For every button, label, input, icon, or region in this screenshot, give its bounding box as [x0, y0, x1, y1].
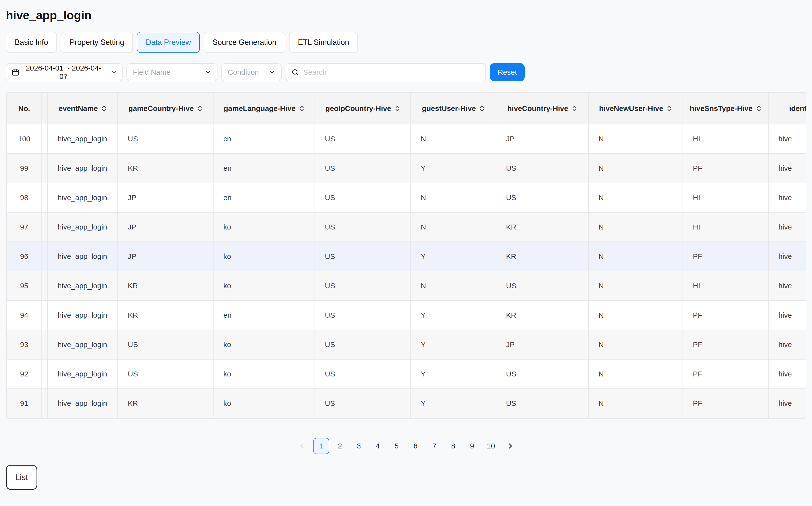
column-label: hiveCountry-Hive: [507, 104, 568, 113]
filter-bar: 2026-04-01 ~ 2026-04-07 Field Name Condi…: [6, 63, 806, 81]
column-header-eventname[interactable]: eventName: [48, 93, 118, 124]
page-3-button[interactable]: 3: [351, 438, 367, 454]
cell-guestuser: Y: [411, 154, 496, 183]
cell-gamecountry: US: [118, 359, 213, 389]
cell-eventname: hive_app_login: [48, 242, 118, 271]
cell-geoipcountry: US: [315, 389, 411, 418]
cell-geoipcountry: US: [315, 242, 411, 271]
cell-eventname: hive_app_login: [48, 359, 118, 389]
table-row[interactable]: 97hive_app_loginJPkoUSNKRNHIhive: [7, 213, 806, 242]
table-row[interactable]: 96hive_app_loginJPkoUSYKRNPFhive: [7, 242, 806, 271]
table-row[interactable]: 98hive_app_loginJPenUSNUSNHIhive: [7, 183, 806, 213]
column-header-identifier[interactable]: identifier: [768, 93, 806, 124]
cell-hivenewuser: N: [589, 183, 683, 213]
cell-gamelanguage: en: [213, 301, 315, 330]
column-header-gamelanguage[interactable]: gameLanguage-Hive: [213, 93, 315, 124]
cell-hivecountry: US: [496, 183, 589, 213]
page-4-button[interactable]: 4: [370, 438, 386, 454]
cell-identifier: hive: [768, 359, 806, 389]
cell-hivesnstype: PF: [683, 389, 768, 418]
tab-source-generation[interactable]: Source Generation: [204, 32, 285, 53]
cell-gamelanguage: cn: [213, 124, 315, 154]
column-header-geoipcountry[interactable]: geoIpCountry-Hive: [315, 93, 411, 124]
sort-caret-icon: [756, 105, 761, 112]
column-header-no: No.: [7, 93, 42, 124]
tab-basic-info[interactable]: Basic Info: [6, 32, 57, 53]
header-row: No.eventNamegameCountry-HivegameLanguage…: [7, 93, 806, 124]
cell-hivesnstype: PF: [683, 154, 768, 183]
cell-gamecountry: JP: [118, 213, 213, 242]
cell-hivecountry: JP: [496, 124, 589, 154]
pagination: 12345678910: [6, 438, 806, 454]
cell-guestuser: N: [411, 183, 496, 213]
table-row[interactable]: 91hive_app_loginKRkoUSYUSNPFhive: [7, 389, 806, 418]
table-row[interactable]: 95hive_app_loginKRkoUSNUSNHIhive: [7, 271, 806, 301]
cell-guestuser: N: [411, 124, 496, 154]
cell-eventname: hive_app_login: [48, 389, 118, 418]
table-row[interactable]: 100hive_app_loginUScnUSNJPNHIhive: [7, 124, 806, 154]
date-range-value: 2026-04-01 ~ 2026-04-07: [23, 64, 104, 81]
column-label: geoIpCountry-Hive: [325, 104, 391, 113]
cell-hivenewuser: N: [589, 213, 683, 242]
condition-placeholder: Condition: [228, 68, 259, 76]
column-label: gameLanguage-Hive: [223, 104, 295, 113]
sort-caret-icon: [572, 105, 577, 112]
cell-gamelanguage: ko: [213, 271, 315, 301]
cell-no: 95: [7, 271, 42, 301]
date-range-picker[interactable]: 2026-04-01 ~ 2026-04-07: [6, 63, 123, 81]
column-header-guestuser[interactable]: guestUser-Hive: [411, 93, 496, 124]
tab-property-setting[interactable]: Property Setting: [61, 32, 133, 53]
cell-hivenewuser: N: [589, 359, 683, 389]
prev-page-button[interactable]: [294, 438, 311, 454]
cell-hivesnstype: HI: [683, 183, 768, 213]
cell-spacer: [42, 242, 48, 271]
tab-data-preview[interactable]: Data Preview: [137, 32, 200, 53]
cell-identifier: hive: [768, 301, 806, 330]
cell-guestuser: Y: [411, 301, 496, 330]
table-row[interactable]: 94hive_app_loginKRenUSYKRNPFhive: [7, 301, 806, 330]
cell-identifier: hive: [768, 330, 806, 359]
table-row[interactable]: 92hive_app_loginUSkoUSYUSNPFhive: [7, 359, 806, 389]
search-input[interactable]: [303, 68, 480, 77]
chevron-right-icon: [506, 442, 514, 450]
cell-identifier: hive: [768, 389, 806, 418]
cell-spacer: [42, 271, 48, 301]
page-2-button[interactable]: 2: [332, 438, 348, 454]
page-10-button[interactable]: 10: [483, 438, 499, 454]
cell-hivesnstype: HI: [683, 271, 768, 301]
page-6-button[interactable]: 6: [407, 438, 424, 454]
column-header-hivecountry[interactable]: hiveCountry-Hive: [496, 93, 589, 124]
cell-spacer: [42, 359, 48, 389]
page-1-button[interactable]: 1: [313, 438, 329, 454]
page-8-button[interactable]: 8: [445, 438, 461, 454]
table-row[interactable]: 93hive_app_loginUSkoUSYJPNPFhive: [7, 330, 806, 359]
cell-guestuser: Y: [411, 389, 496, 418]
cell-eventname: hive_app_login: [48, 271, 118, 301]
cell-hivenewuser: N: [589, 124, 683, 154]
tab-bar: Basic InfoProperty SettingData PreviewSo…: [6, 32, 806, 53]
tab-etl-simulation[interactable]: ETL Simulation: [289, 32, 358, 53]
cell-no: 97: [7, 213, 42, 242]
cell-hivecountry: US: [496, 271, 589, 301]
cell-hivecountry: US: [496, 389, 589, 418]
cell-eventname: hive_app_login: [48, 301, 118, 330]
condition-select[interactable]: Condition: [221, 63, 282, 81]
reset-button[interactable]: Reset: [490, 63, 525, 81]
cell-geoipcountry: US: [315, 359, 411, 389]
field-name-select[interactable]: Field Name: [127, 63, 217, 81]
page-7-button[interactable]: 7: [426, 438, 443, 454]
cell-geoipcountry: US: [315, 271, 411, 301]
cell-gamelanguage: ko: [213, 389, 315, 418]
page-5-button[interactable]: 5: [389, 438, 405, 454]
cell-hivecountry: US: [496, 359, 589, 389]
sort-caret-icon: [395, 105, 400, 112]
table-row[interactable]: 99hive_app_loginKRenUSYUSNPFhive: [7, 154, 806, 183]
cell-no: 94: [7, 301, 42, 330]
next-page-button[interactable]: [502, 438, 518, 454]
column-header-hivenewuser[interactable]: hiveNewUser-Hive: [589, 93, 683, 124]
column-header-hivesnstype[interactable]: hiveSnsType-Hive: [683, 93, 768, 124]
cell-spacer: [42, 124, 48, 154]
column-header-gamecountry[interactable]: gameCountry-Hive: [118, 93, 213, 124]
list-button[interactable]: List: [6, 465, 37, 490]
page-9-button[interactable]: 9: [464, 438, 480, 454]
